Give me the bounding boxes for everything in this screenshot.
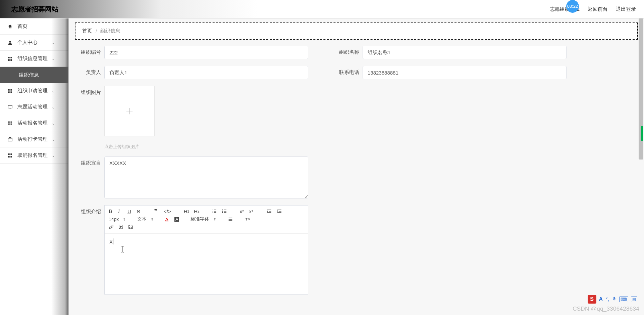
ime-mic-icon[interactable] (612, 296, 616, 303)
sidebar-item-label: 组织申请管理 (17, 88, 48, 94)
slogan-textarea[interactable]: XXXXX (104, 156, 308, 198)
main-content: 首页 / 组织信息 组织编号 组织名称 负责人 (69, 18, 644, 315)
intro-label: 组织介绍 (77, 205, 101, 215)
unordered-list-icon[interactable] (222, 209, 227, 214)
header-bar: 志愿者招募网站 03:22 志愿组织 222 返回前台 退出登录 (0, 0, 644, 18)
chevron-down-icon: ⌄ (52, 40, 55, 45)
site-logo: 志愿者招募网站 (11, 5, 58, 14)
breadcrumb-home[interactable]: 首页 (82, 28, 92, 34)
svg-rect-10 (8, 121, 9, 122)
return-front-link[interactable]: 返回前台 (588, 6, 608, 12)
superscript-icon[interactable]: x2 (249, 209, 254, 214)
link-icon[interactable] (109, 224, 114, 229)
phone-input[interactable] (363, 66, 567, 79)
sidebar-item-label: 个人中心 (17, 39, 38, 46)
sogou-ime-icon[interactable]: S (588, 295, 596, 304)
sidebar-item-cancel[interactable]: 取消报名管理 ⌄ (0, 147, 68, 164)
ime-grid-icon[interactable]: ⊞ (631, 297, 637, 302)
sidebar-item-org-info[interactable]: 组织信息 (0, 67, 68, 83)
quote-icon[interactable]: ❞ (154, 208, 159, 214)
ime-punct-icon[interactable]: °, (605, 296, 609, 302)
home-icon (7, 24, 13, 29)
editor-content[interactable]: X (105, 234, 308, 294)
image-label: 组织图片 (77, 86, 101, 96)
h1-icon[interactable]: H1 (184, 209, 189, 214)
logout-link[interactable]: 退出登录 (616, 6, 636, 12)
sidebar: 首页 个人中心 ⌄ 组织信息管理 ⌄ 组织信息 组织申请管理 ⌄ 志愿活动管理 … (0, 18, 69, 315)
svg-rect-7 (8, 91, 10, 93)
ime-keyboard-icon[interactable]: ⌨ (619, 297, 628, 302)
svg-rect-20 (10, 156, 12, 158)
chevron-down-icon: ⌄ (52, 121, 55, 126)
breadcrumb-separator: / (96, 28, 97, 34)
outdent-icon[interactable] (267, 209, 272, 214)
org-name-input[interactable] (363, 46, 567, 59)
chevron-down-icon: ⌄ (52, 56, 55, 61)
breadcrumb-current: 组织信息 (100, 28, 120, 34)
bold-icon[interactable]: B (109, 209, 113, 214)
underline-icon[interactable]: U (127, 209, 132, 214)
h2-icon[interactable]: H2 (194, 209, 199, 214)
sidebar-item-label: 组织信息管理 (17, 55, 48, 62)
container: 首页 个人中心 ⌄ 组织信息管理 ⌄ 组织信息 组织申请管理 ⌄ 志愿活动管理 … (0, 18, 644, 315)
svg-rect-12 (11, 121, 12, 122)
italic-icon[interactable]: I (118, 209, 123, 214)
svg-rect-8 (10, 91, 12, 93)
sidebar-item-label: 首页 (17, 23, 28, 30)
briefcase-icon (7, 137, 13, 142)
sidebar-item-org-apply[interactable]: 组织申请管理 ⌄ (0, 83, 68, 99)
sidebar-item-label: 取消报名管理 (17, 152, 48, 159)
subscript-icon[interactable]: x2 (240, 209, 245, 214)
svg-point-25 (120, 226, 121, 227)
align-icon[interactable] (228, 217, 233, 222)
ibeam-cursor-icon (121, 246, 125, 253)
ime-letter-icon[interactable]: A (599, 296, 603, 302)
font-family-select[interactable]: 标准字体 (191, 216, 216, 222)
grid-icon (7, 56, 13, 61)
person-icon (7, 40, 13, 45)
scrollbar-track[interactable] (639, 18, 643, 315)
sidebar-item-org-info-mgmt[interactable]: 组织信息管理 ⌄ (0, 51, 68, 67)
upload-image-box[interactable] (104, 86, 155, 136)
chevron-down-icon: ⌄ (52, 105, 55, 109)
ime-bar: S A °, ⌨ ⊞ (588, 295, 637, 304)
font-size-select[interactable]: 14px (109, 217, 126, 222)
sidebar-item-signup[interactable]: 活动报名管理 ⌄ (0, 115, 68, 131)
chevron-down-icon: ⌄ (52, 89, 55, 93)
svg-rect-2 (10, 57, 12, 58)
time-badge: 03:22 (566, 0, 579, 13)
svg-rect-1 (8, 57, 10, 58)
code-icon[interactable]: </> (164, 209, 171, 214)
save-icon[interactable] (128, 224, 133, 229)
svg-rect-15 (11, 123, 12, 124)
font-color-icon[interactable]: A (165, 217, 170, 222)
strikethrough-icon[interactable]: S (137, 209, 142, 214)
svg-rect-16 (8, 138, 12, 141)
sidebar-item-checkin[interactable]: 活动打卡管理 ⌄ (0, 131, 68, 147)
org-id-input[interactable] (104, 46, 308, 59)
chevron-down-icon: ⌄ (52, 137, 55, 142)
bg-color-icon[interactable]: A (174, 217, 179, 222)
upload-hint: 点击上传组织图片 (104, 144, 155, 150)
leader-input[interactable] (104, 66, 308, 79)
svg-rect-14 (9, 123, 10, 124)
image-icon[interactable] (118, 224, 123, 229)
svg-point-22 (222, 211, 223, 211)
svg-rect-9 (8, 105, 12, 108)
sidebar-item-personal[interactable]: 个人中心 ⌄ (0, 35, 68, 51)
svg-point-0 (9, 41, 11, 42)
svg-rect-13 (8, 123, 9, 124)
indent-icon[interactable] (277, 209, 282, 214)
svg-rect-26 (613, 297, 615, 299)
svg-rect-5 (8, 89, 10, 91)
text-cursor (113, 238, 113, 244)
breadcrumb: 首页 / 组织信息 (75, 22, 638, 40)
ordered-list-icon[interactable] (212, 209, 217, 214)
clear-format-icon[interactable]: T✕ (245, 217, 250, 222)
editor-text: X (109, 239, 113, 244)
text-type-select[interactable]: 文本 (137, 216, 154, 222)
sidebar-item-home[interactable]: 首页 (0, 18, 68, 35)
sidebar-item-label: 活动报名管理 (17, 120, 48, 126)
sidebar-item-activity[interactable]: 志愿活动管理 ⌄ (0, 99, 68, 115)
slogan-label: 组织宣言 (77, 156, 101, 166)
